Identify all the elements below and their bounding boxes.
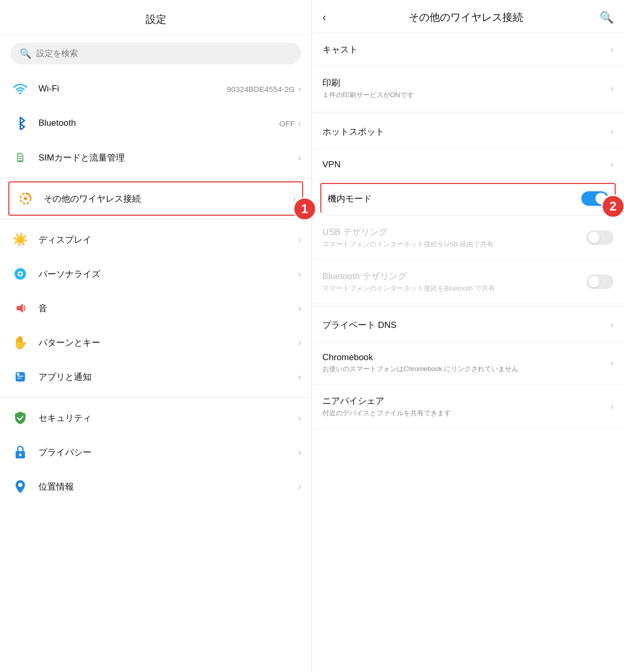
right-item-airplane[interactable]: 機内モード bbox=[320, 183, 616, 213]
settings-item-display[interactable]: ☀️ ディスプレイ › bbox=[0, 222, 311, 257]
settings-item-privacy[interactable]: プライバシー › bbox=[0, 435, 311, 469]
right-title: その他のワイヤレス接続 bbox=[332, 10, 600, 24]
location-icon bbox=[10, 477, 30, 496]
app-content: アプリと通知 › bbox=[38, 371, 301, 383]
right-header: ‹ その他のワイヤレス接続 🔍 bbox=[312, 0, 624, 33]
left-panel: 設定 🔍 Wi-Fi 90324BDE4554-2G › Bluet bbox=[0, 0, 312, 672]
nearshare-content: ニアバイシェア 付近のデバイスとファイルを共有できます bbox=[322, 395, 610, 418]
vpn-label: VPN bbox=[322, 160, 610, 170]
right-item-chromebook[interactable]: Chromebook お使いのスマートフォンはChromebook にリンクされ… bbox=[312, 342, 624, 385]
privacy-icon bbox=[10, 442, 30, 462]
airplane-content: 機内モード bbox=[328, 193, 581, 205]
right-item-vpn[interactable]: VPN › bbox=[312, 149, 624, 181]
sim-icon bbox=[10, 148, 30, 167]
right-item-hotspot[interactable]: ホットスポット › bbox=[312, 115, 624, 149]
badge-1: 1 bbox=[293, 197, 317, 221]
sound-chevron: › bbox=[298, 303, 301, 314]
svg-rect-9 bbox=[16, 372, 25, 381]
dns-chevron: › bbox=[610, 320, 614, 331]
svg-point-4 bbox=[24, 197, 27, 200]
display-label: ディスプレイ bbox=[38, 234, 298, 246]
location-content: 位置情報 › bbox=[38, 481, 301, 493]
airplane-label: 機内モード bbox=[328, 193, 581, 205]
personalize-label: パーソナライズ bbox=[38, 268, 298, 280]
nearshare-label: ニアバイシェア bbox=[322, 395, 610, 407]
chromebook-label: Chromebook bbox=[322, 352, 610, 363]
settings-item-sim[interactable]: SIMカードと流量管理 › bbox=[0, 140, 311, 175]
sound-icon bbox=[10, 298, 30, 318]
settings-item-bluetooth[interactable]: Bluetooth OFF › bbox=[0, 106, 311, 140]
search-bar[interactable]: 🔍 bbox=[10, 43, 301, 64]
security-label: セキュリティ bbox=[38, 412, 298, 424]
cast-label: キャスト bbox=[322, 44, 610, 56]
settings-item-personalize[interactable]: パーソナライズ › bbox=[0, 257, 311, 291]
right-item-bt-tether: Bluetooth テザリング スマートフォンのインターネット接続をBlueto… bbox=[312, 260, 624, 304]
settings-item-security[interactable]: セキュリティ › bbox=[0, 401, 311, 435]
usb-toggle-knob bbox=[588, 232, 600, 243]
right-search-button[interactable]: 🔍 bbox=[600, 11, 614, 24]
svg-rect-10 bbox=[17, 376, 23, 377]
chromebook-chevron: › bbox=[610, 358, 614, 368]
bluetooth-label: Bluetooth bbox=[38, 118, 279, 128]
bluetooth-value: OFF bbox=[279, 119, 295, 128]
security-chevron: › bbox=[298, 413, 301, 424]
back-button[interactable]: ‹ bbox=[322, 11, 326, 24]
settings-item-wifi[interactable]: Wi-Fi 90324BDE4554-2G › bbox=[0, 72, 311, 106]
wifi-icon bbox=[10, 79, 30, 99]
wireless-content: その他のワイヤレス接続 › bbox=[44, 193, 296, 205]
hotspot-label: ホットスポット bbox=[322, 126, 610, 138]
settings-item-app[interactable]: アプリと通知 › bbox=[0, 360, 311, 394]
wifi-content: Wi-Fi 90324BDE4554-2G › bbox=[38, 84, 301, 95]
personalize-chevron: › bbox=[298, 269, 301, 280]
print-content: 印刷 １件の印刷サービスがONです bbox=[322, 77, 610, 100]
svg-point-7 bbox=[19, 273, 22, 275]
cast-content: キャスト bbox=[322, 44, 610, 56]
settings-item-pattern[interactable]: ✋ パターンとキー › bbox=[0, 325, 311, 360]
search-input[interactable] bbox=[36, 49, 292, 58]
divider-1 bbox=[0, 178, 311, 178]
vpn-chevron: › bbox=[610, 159, 614, 170]
right-item-nearshare[interactable]: ニアバイシェア 付近のデバイスとファイルを共有できます › bbox=[312, 385, 624, 429]
sound-content: 音 › bbox=[38, 302, 301, 314]
display-chevron: › bbox=[298, 234, 301, 245]
sim-chevron: › bbox=[298, 152, 301, 163]
right-item-dns[interactable]: プライベート DNS › bbox=[312, 309, 624, 342]
divider-3 bbox=[0, 397, 311, 398]
print-chevron: › bbox=[610, 83, 614, 94]
sim-content: SIMカードと流量管理 › bbox=[38, 152, 301, 164]
wifi-value: 90324BDE4554-2G bbox=[227, 85, 295, 94]
location-label: 位置情報 bbox=[38, 481, 298, 493]
svg-marker-8 bbox=[17, 304, 23, 313]
privacy-label: プライバシー bbox=[38, 446, 298, 458]
settings-item-sound[interactable]: 音 › bbox=[0, 291, 311, 325]
usb-content: USB テザリング スマートフォンのインターネット接続をUSB 経由で共有 bbox=[322, 226, 587, 249]
sound-label: 音 bbox=[38, 302, 298, 314]
vpn-content: VPN bbox=[322, 160, 610, 170]
bluetooth-icon bbox=[10, 113, 30, 133]
wireless-icon bbox=[16, 189, 35, 208]
left-title: 設定 bbox=[0, 0, 311, 35]
bt-tether-toggle bbox=[587, 274, 614, 289]
dns-label: プライベート DNS bbox=[322, 319, 610, 331]
bt-tether-sub: スマートフォンのインターネット接続をBluetooth で共有 bbox=[322, 284, 587, 293]
right-divider-2 bbox=[312, 306, 624, 307]
settings-item-wireless[interactable]: その他のワイヤレス接続 › bbox=[8, 181, 303, 216]
app-label: アプリと通知 bbox=[38, 371, 298, 383]
wireless-label: その他のワイヤレス接続 bbox=[44, 193, 293, 205]
right-divider-1 bbox=[312, 113, 624, 113]
right-item-print[interactable]: 印刷 １件の印刷サービスがONです › bbox=[312, 67, 624, 111]
personalize-icon bbox=[10, 264, 30, 284]
settings-item-location[interactable]: 位置情報 › bbox=[0, 469, 311, 504]
right-item-cast[interactable]: キャスト › bbox=[312, 33, 624, 67]
nearshare-chevron: › bbox=[610, 401, 614, 412]
svg-rect-11 bbox=[17, 378, 21, 379]
sim-label: SIMカードと流量管理 bbox=[38, 152, 298, 164]
right-panel: ‹ その他のワイヤレス接続 🔍 キャスト › 印刷 １件の印刷サービスがONです… bbox=[312, 0, 624, 672]
print-label: 印刷 bbox=[322, 77, 610, 89]
display-icon: ☀️ bbox=[10, 230, 30, 249]
hotspot-chevron: › bbox=[610, 126, 614, 137]
right-item-usb: USB テザリング スマートフォンのインターネット接続をUSB 経由で共有 bbox=[312, 215, 624, 260]
hotspot-content: ホットスポット bbox=[322, 126, 610, 138]
usb-toggle bbox=[587, 230, 614, 245]
security-content: セキュリティ › bbox=[38, 412, 301, 424]
